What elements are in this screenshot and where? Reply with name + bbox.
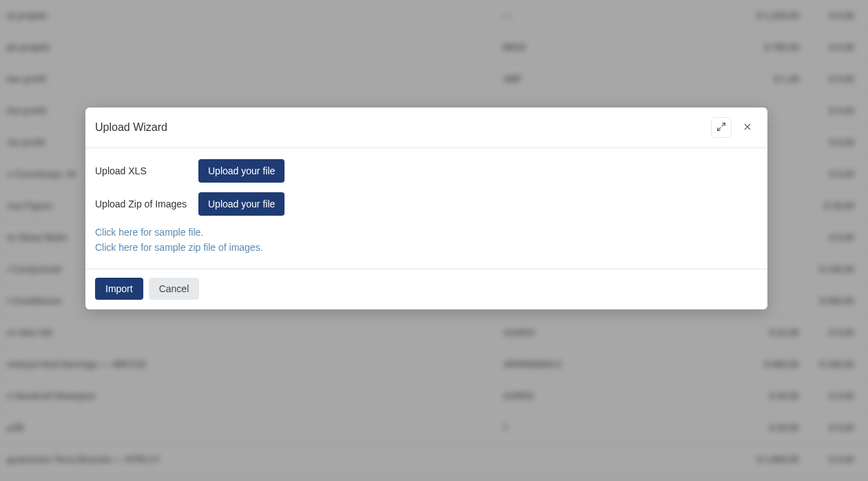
upload-zip-row: Upload Zip of Images Upload your file xyxy=(95,192,758,216)
upload-xls-button[interactable]: Upload your file xyxy=(198,159,285,183)
sample-file-link[interactable]: Click here for sample file. xyxy=(95,225,758,240)
upload-zip-button[interactable]: Upload your file xyxy=(198,192,285,216)
modal-header: Upload Wizard xyxy=(85,108,767,148)
modal-header-actions xyxy=(711,117,758,138)
modal-footer: Import Cancel xyxy=(85,269,767,309)
upload-wizard-modal: Upload Wizard Upload XLS Upload your fil… xyxy=(85,108,767,309)
close-button[interactable] xyxy=(737,117,758,138)
expand-icon xyxy=(716,121,727,134)
sample-links: Click here for sample file. Click here f… xyxy=(95,225,758,255)
upload-xls-row: Upload XLS Upload your file xyxy=(95,159,758,183)
import-button[interactable]: Import xyxy=(95,278,143,300)
sample-zip-link[interactable]: Click here for sample zip file of images… xyxy=(95,240,758,256)
modal-body: Upload XLS Upload your file Upload Zip o… xyxy=(85,148,767,269)
expand-button[interactable] xyxy=(711,117,732,138)
modal-title: Upload Wizard xyxy=(95,121,711,134)
upload-zip-label: Upload Zip of Images xyxy=(95,198,198,209)
close-icon xyxy=(742,121,753,134)
upload-xls-label: Upload XLS xyxy=(95,165,198,176)
cancel-button[interactable]: Cancel xyxy=(149,278,200,300)
